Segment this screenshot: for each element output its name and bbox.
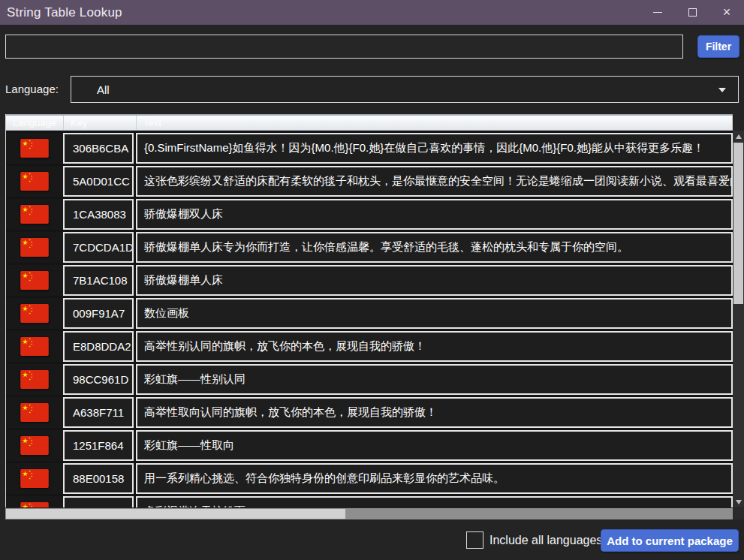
- string-table: Language Key Text: [5, 114, 733, 507]
- text-value: 骄傲爆棚单人床专为你而打造，让你倍感温馨。享受舒适的毛毯、蓬松的枕头和专属于你的…: [144, 240, 628, 254]
- table-row[interactable]: 5A0D01CC 这张色彩缤纷又舒适的床配有柔软的毯子和枕头，是你最惬意的安全空…: [6, 166, 733, 197]
- filter-input[interactable]: [5, 35, 683, 59]
- china-flag-icon: [20, 469, 49, 488]
- text-value: 多彩混搭连天炫纷面: [144, 504, 245, 507]
- scroll-up-button[interactable]: [733, 131, 744, 142]
- china-flag-icon: [20, 172, 49, 191]
- text-value: {0.SimFirstName}如鱼得水！因为{M0.他}{F0.她}在做自己喜…: [144, 141, 704, 155]
- text-cell: 高举性别认同的旗帜，放飞你的本色，展现自我的骄傲！: [136, 331, 733, 362]
- titlebar[interactable]: String Table Lookup ×: [0, 0, 744, 25]
- key-value: A638F711: [73, 406, 124, 419]
- table-header: Language Key Text: [6, 114, 733, 131]
- footer-bar: Include all languages Add to current pac…: [0, 519, 744, 560]
- key-cell: 1CA38083: [63, 199, 134, 230]
- horizontal-scrollbar-thumb[interactable]: [6, 509, 345, 519]
- key-cell: E8D8DDA2: [63, 331, 134, 362]
- minimize-icon: [653, 12, 662, 13]
- key-cell: A638F711: [63, 397, 134, 428]
- key-value: 98CC961D: [73, 373, 128, 386]
- language-cell: [6, 265, 63, 296]
- language-selected-value: All: [97, 83, 110, 96]
- text-cell: 彩虹旗——性取向: [136, 430, 733, 461]
- key-value: E8D8DDA2: [73, 340, 131, 353]
- text-cell: 用一系列精心挑选、符合你独特身份的创意印刷品来彰显你的艺术品味。: [136, 463, 733, 494]
- table-row[interactable]: 1251F864 彩虹旗——性取向: [6, 430, 733, 461]
- table-row[interactable]: 7CDCDA1D 骄傲爆棚单人床专为你而打造，让你倍感温馨。享受舒适的毛毯、蓬松…: [6, 232, 733, 263]
- key-value: 7B1AC108: [73, 274, 128, 287]
- column-header-key[interactable]: Key: [64, 116, 137, 130]
- text-value: 骄傲爆棚单人床: [144, 273, 223, 288]
- key-cell: B1039DBB: [63, 496, 134, 507]
- key-value: 306B6CBA: [73, 142, 128, 155]
- china-flag-icon: [20, 139, 49, 158]
- text-cell: 这张色彩缤纷又舒适的床配有柔软的毯子和枕头，是你最惬意的安全空间！无论是蜷缩成一…: [136, 166, 733, 197]
- table-body: 306B6CBA {0.SimFirstName}如鱼得水！因为{M0.他}{F…: [6, 131, 733, 507]
- window-title: String Table Lookup: [0, 5, 122, 20]
- china-flag-icon: [20, 304, 49, 323]
- language-cell: [6, 397, 63, 428]
- maximize-button[interactable]: [675, 0, 709, 25]
- china-flag-icon: [20, 238, 49, 257]
- language-dropdown[interactable]: All: [71, 76, 739, 103]
- language-cell: [6, 463, 63, 494]
- scroll-down-button[interactable]: [733, 496, 744, 507]
- key-cell: 98CC961D: [63, 364, 134, 395]
- vertical-scrollbar-thumb[interactable]: [733, 143, 743, 304]
- table-row[interactable]: 1CA38083 骄傲爆棚双人床: [6, 199, 733, 230]
- language-cell: [6, 364, 63, 395]
- table-row[interactable]: E8D8DDA2 高举性别认同的旗帜，放飞你的本色，展现自我的骄傲！: [6, 331, 733, 362]
- key-cell: 88E00158: [63, 463, 134, 494]
- text-value: 用一系列精心挑选、符合你独特身份的创意印刷品来彰显你的艺术品味。: [144, 471, 505, 486]
- table-row[interactable]: 009F91A7 数位画板: [6, 298, 733, 329]
- text-value: 这张色彩缤纷又舒适的床配有柔软的毯子和枕头，是你最惬意的安全空间！无论是蜷缩成一…: [144, 174, 733, 188]
- close-icon: ×: [723, 5, 731, 20]
- maximize-icon: [688, 8, 697, 17]
- key-value: 5A0D01CC: [73, 175, 130, 188]
- minimize-button[interactable]: [640, 0, 675, 25]
- china-flag-icon: [20, 205, 49, 224]
- column-header-text[interactable]: Text: [137, 116, 733, 130]
- down-arrow-icon: [736, 500, 742, 504]
- text-value: 数位画板: [144, 306, 189, 321]
- text-cell: 多彩混搭连天炫纷面: [136, 496, 733, 507]
- text-value: 彩虹旗——性别认同: [144, 372, 245, 387]
- column-header-language[interactable]: Language: [6, 116, 64, 130]
- add-to-current-package-button[interactable]: Add to current package: [601, 529, 739, 552]
- key-value: 88E00158: [73, 472, 124, 485]
- language-cell: [6, 199, 63, 230]
- text-cell: 高举性取向认同的旗帜，放飞你的本色，展现自我的骄傲！: [136, 397, 733, 428]
- table-row[interactable]: A638F711 高举性取向认同的旗帜，放飞你的本色，展现自我的骄傲！: [6, 397, 733, 428]
- vertical-scrollbar[interactable]: [733, 131, 744, 507]
- table-row[interactable]: 88E00158 用一系列精心挑选、符合你独特身份的创意印刷品来彰显你的艺术品味…: [6, 463, 733, 494]
- china-flag-icon: [20, 436, 49, 455]
- language-cell: [6, 298, 63, 329]
- text-cell: {0.SimFirstName}如鱼得水！因为{M0.他}{F0.她}在做自己喜…: [136, 133, 733, 164]
- key-value: 1CA38083: [73, 208, 126, 221]
- key-value: B1039DBB: [73, 505, 128, 507]
- china-flag-icon: [20, 403, 49, 422]
- key-value: 1251F864: [73, 439, 124, 452]
- key-cell: 5A0D01CC: [63, 166, 134, 197]
- text-cell: 数位画板: [136, 298, 733, 329]
- text-cell: 骄傲爆棚双人床: [136, 199, 733, 230]
- language-cell: [6, 166, 63, 197]
- language-cell: [6, 133, 63, 164]
- table-row[interactable]: B1039DBB 多彩混搭连天炫纷面: [6, 496, 733, 507]
- table-row[interactable]: 7B1AC108 骄傲爆棚单人床: [6, 265, 733, 296]
- china-flag-icon: [20, 271, 49, 290]
- text-cell: 彩虹旗——性别认同: [136, 364, 733, 395]
- horizontal-scrollbar[interactable]: [5, 508, 733, 519]
- table-row[interactable]: 98CC961D 彩虹旗——性别认同: [6, 364, 733, 395]
- filter-button[interactable]: Filter: [697, 35, 739, 58]
- key-value: 7CDCDA1D: [73, 241, 134, 254]
- language-cell: [6, 430, 63, 461]
- window-controls: ×: [640, 0, 744, 25]
- chevron-down-icon: [718, 88, 726, 92]
- app-window: String Table Lookup × Filter Language: A…: [0, 0, 744, 560]
- table-row[interactable]: 306B6CBA {0.SimFirstName}如鱼得水！因为{M0.他}{F…: [6, 133, 733, 164]
- scrollbar-corner: [733, 508, 744, 519]
- include-all-languages-checkbox[interactable]: [466, 531, 483, 549]
- china-flag-icon: [20, 502, 49, 507]
- close-button[interactable]: ×: [709, 0, 744, 25]
- key-cell: 1251F864: [63, 430, 134, 461]
